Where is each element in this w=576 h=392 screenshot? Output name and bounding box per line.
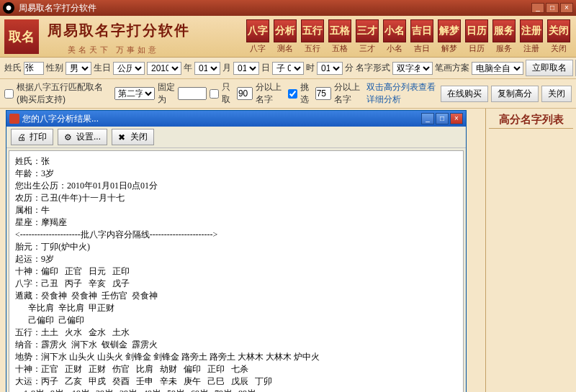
content-area: 您的八字分析结果... _ □ × 🖨打印 ⚙设置... ✖关闭 姓氏：张 年龄…: [0, 109, 576, 392]
nav-icon: 解梦: [438, 19, 461, 42]
day-select[interactable]: 01: [233, 62, 259, 75]
pick-label: 挑选: [300, 81, 312, 106]
bazi-match-checkbox[interactable]: [4, 89, 14, 99]
generate-button[interactable]: 立即取名: [526, 60, 573, 76]
nav-服务[interactable]: 服务服务: [491, 19, 517, 54]
logo: 取名: [4, 19, 39, 54]
input-toolbar: 姓氏 性别 男 生日 公历 2010 年 01 月 01 日 子 0 时 01 …: [0, 58, 576, 79]
score90-label: 分以上名字: [256, 81, 285, 106]
year-select[interactable]: 2010: [147, 62, 181, 75]
analysis-min-button[interactable]: _: [421, 113, 434, 124]
copy-button[interactable]: 复制高分: [491, 86, 539, 102]
nav-八字[interactable]: 八字八字: [245, 19, 271, 54]
nav-label: 吉日: [409, 43, 435, 54]
sidebar: 高分名字列表: [485, 109, 576, 392]
nav-五格[interactable]: 五格五格: [327, 19, 353, 54]
nav-吉日[interactable]: 吉日吉日: [409, 19, 435, 54]
nav-icon: 三才: [356, 19, 379, 42]
fixed-label: 固定为: [158, 81, 176, 106]
only-take-checkbox[interactable]: [210, 89, 219, 99]
minute-label: 分: [345, 62, 354, 74]
main-panel: 您的八字分析结果... _ □ × 🖨打印 ⚙设置... ✖关闭 姓氏：张 年龄…: [0, 109, 485, 392]
nav-label: 三才: [354, 43, 380, 54]
nav-测名[interactable]: 分析测名: [272, 19, 298, 54]
score75-label: 分以上名字: [334, 81, 364, 106]
nav-解梦[interactable]: 解梦解梦: [436, 19, 462, 54]
name-form-select[interactable]: 双字名: [392, 62, 433, 75]
nav-icon: 注册: [520, 19, 543, 42]
second-char-select[interactable]: 第二字: [114, 87, 155, 100]
pick-checkbox[interactable]: [288, 89, 297, 99]
sidebar-title: 高分名字列表: [489, 111, 573, 129]
month-label: 月: [222, 62, 231, 74]
analysis-document[interactable]: 姓氏：张 年龄：3岁 您出生公历：2010年01月01日0点01分 农历：己丑(…: [9, 150, 464, 392]
birthday-label: 生日: [94, 62, 111, 74]
nav-icon: 五格: [328, 19, 351, 42]
nav-日历[interactable]: 日历日历: [464, 19, 490, 54]
nav-三才[interactable]: 三才三才: [354, 19, 380, 54]
month-select[interactable]: 01: [194, 62, 220, 75]
nav-label: 五格: [327, 43, 353, 54]
nav-小名[interactable]: 小名小名: [382, 19, 408, 54]
nav-label: 测名: [272, 43, 298, 54]
nav-label: 八字: [245, 43, 271, 54]
nav-label: 小名: [382, 43, 408, 54]
analysis-close-button[interactable]: ×: [450, 113, 463, 124]
nav-关闭[interactable]: 关闭关闭: [546, 19, 572, 54]
minimize-button[interactable]: _: [531, 3, 544, 13]
year-label: 年: [184, 62, 192, 74]
score75-input[interactable]: [315, 87, 331, 100]
nav-icon: 五行: [301, 19, 324, 42]
gear-icon: ⚙: [64, 132, 74, 142]
minute-select[interactable]: 01: [317, 62, 343, 75]
settings-button[interactable]: ⚙设置...: [58, 129, 107, 145]
analysis-titlebar: 您的八字分析结果... _ □ ×: [6, 111, 466, 127]
nav-五行[interactable]: 五行五行: [300, 19, 325, 54]
name-form-label: 名字形式: [356, 62, 390, 74]
printer-icon: 🖨: [17, 132, 27, 142]
detail-link[interactable]: 双击高分列表查看详细分析: [366, 81, 438, 106]
app-header: 取名 周易取名字打分软件 美名天下 万事如意 八字八字分析测名五行五行五格五格三…: [0, 16, 576, 58]
nav-icon: 分析: [274, 19, 297, 42]
bazi-match-label: 根据八字五行匹配取名 (购买后支持): [17, 81, 112, 106]
close-button[interactable]: ×: [560, 3, 573, 13]
sex-select[interactable]: 男: [66, 62, 91, 75]
stroke-plan-select[interactable]: 电脑全自动: [472, 62, 523, 75]
analysis-max-button[interactable]: □: [436, 113, 449, 124]
surname-label: 姓氏: [4, 62, 22, 74]
print-button[interactable]: 🖨打印: [11, 129, 53, 145]
day-label: 日: [261, 62, 270, 74]
surname-input[interactable]: [24, 62, 44, 75]
nav-label: 服务: [491, 43, 517, 54]
hour-select[interactable]: 子 0: [272, 62, 304, 75]
fixed-input[interactable]: [178, 87, 207, 100]
app-title: 周易取名字打分软件: [45, 18, 193, 43]
analysis-icon: [9, 114, 19, 124]
maximize-button[interactable]: □: [546, 3, 559, 13]
nav-label: 关闭: [546, 43, 572, 54]
nav-icon: 服务: [492, 19, 516, 42]
app-title-block: 周易取名字打分软件 美名天下 万事如意: [45, 18, 193, 55]
close-options-button[interactable]: 关闭: [541, 86, 572, 102]
nav-buttons: 八字八字分析测名五行五行五格五格三才三才小名小名吉日吉日解梦解梦日历日历服务服务…: [202, 19, 572, 54]
close-analysis-button[interactable]: ✖关闭: [112, 129, 154, 145]
window-title: 周易取名字打分软件: [19, 2, 96, 14]
score90-input[interactable]: [237, 87, 253, 100]
stroke-plan-label: 笔画方案: [435, 62, 469, 74]
window-titlebar: 周易取名字打分软件 _ □ ×: [0, 0, 576, 16]
buy-button[interactable]: 在线购买: [441, 86, 488, 102]
nav-icon: 吉日: [410, 19, 433, 42]
nav-注册[interactable]: 注册注册: [518, 19, 544, 54]
nav-label: 日历: [464, 43, 490, 54]
nav-icon: 日历: [465, 19, 488, 42]
nav-icon: 八字: [246, 19, 269, 42]
nav-label: 解梦: [436, 43, 462, 54]
app-icon: [3, 2, 14, 14]
options-toolbar: 根据八字五行匹配取名 (购买后支持) 第二字 固定为 只取 分以上名字 挑选 分…: [0, 79, 576, 109]
hour-label: 时: [306, 62, 315, 74]
app-subtitle: 美名天下 万事如意: [45, 45, 193, 55]
analysis-toolbar: 🖨打印 ⚙设置... ✖关闭: [6, 127, 466, 148]
calendar-select[interactable]: 公历: [113, 62, 145, 75]
nav-icon: 关闭: [547, 19, 570, 42]
close-icon: ✖: [118, 132, 128, 142]
